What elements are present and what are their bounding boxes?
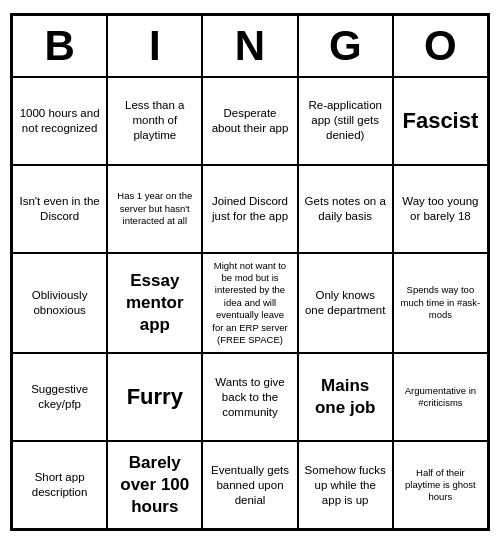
- bingo-cell-text-0: 1000 hours and not recognized: [19, 106, 100, 136]
- bingo-cell-9: Way too young or barely 18: [393, 165, 488, 253]
- bingo-cell-1: Less than a month of playtime: [107, 77, 202, 165]
- bingo-cell-16: Furry: [107, 353, 202, 441]
- bingo-cell-24: Half of their playtime is ghost hours: [393, 441, 488, 529]
- bingo-cell-text-19: Argumentative in #criticisms: [400, 385, 481, 410]
- bingo-cell-text-21: Barely over 100 hours: [114, 452, 195, 518]
- bingo-cell-12: Might not want to be mod but is interest…: [202, 253, 297, 353]
- bingo-cell-8: Gets notes on a daily basis: [298, 165, 393, 253]
- bingo-cell-text-3: Re-application app (still gets denied): [305, 98, 386, 143]
- bingo-cell-text-16: Furry: [127, 383, 183, 412]
- bingo-cell-text-9: Way too young or barely 18: [400, 194, 481, 224]
- bingo-cell-23: Somehow fucks up while the app is up: [298, 441, 393, 529]
- bingo-cell-text-11: Essay mentor app: [114, 270, 195, 336]
- bingo-grid: 1000 hours and not recognizedLess than a…: [12, 77, 488, 529]
- bingo-cell-text-8: Gets notes on a daily basis: [305, 194, 386, 224]
- bingo-cell-6: Has 1 year on the server but hasn't inte…: [107, 165, 202, 253]
- bingo-card: BINGO 1000 hours and not recognizedLess …: [10, 13, 490, 531]
- header-letter-o: O: [393, 15, 488, 77]
- bingo-cell-text-6: Has 1 year on the server but hasn't inte…: [114, 190, 195, 227]
- bingo-cell-13: Only knows one department: [298, 253, 393, 353]
- bingo-cell-text-12: Might not want to be mod but is interest…: [209, 260, 290, 346]
- bingo-cell-14: Spends way too much time in #ask-mods: [393, 253, 488, 353]
- bingo-cell-22: Eventually gets banned upon denial: [202, 441, 297, 529]
- bingo-cell-text-13: Only knows one department: [305, 288, 386, 318]
- bingo-cell-text-10: Obliviously obnoxious: [19, 288, 100, 318]
- bingo-cell-text-17: Wants to give back to the community: [209, 375, 290, 420]
- bingo-cell-19: Argumentative in #criticisms: [393, 353, 488, 441]
- bingo-cell-text-14: Spends way too much time in #ask-mods: [400, 284, 481, 321]
- bingo-cell-text-2: Desperate about their app: [209, 106, 290, 136]
- header-letter-i: I: [107, 15, 202, 77]
- bingo-cell-2: Desperate about their app: [202, 77, 297, 165]
- bingo-cell-text-1: Less than a month of playtime: [114, 98, 195, 143]
- bingo-cell-text-5: Isn't even in the Discord: [19, 194, 100, 224]
- bingo-cell-5: Isn't even in the Discord: [12, 165, 107, 253]
- bingo-cell-text-24: Half of their playtime is ghost hours: [400, 467, 481, 504]
- bingo-cell-21: Barely over 100 hours: [107, 441, 202, 529]
- header-letter-n: N: [202, 15, 297, 77]
- bingo-cell-text-23: Somehow fucks up while the app is up: [305, 463, 386, 508]
- bingo-cell-0: 1000 hours and not recognized: [12, 77, 107, 165]
- bingo-cell-text-22: Eventually gets banned upon denial: [209, 463, 290, 508]
- bingo-cell-text-15: Suggestive ckey/pfp: [19, 382, 100, 412]
- bingo-cell-text-7: Joined Discord just for the app: [209, 194, 290, 224]
- bingo-header: BINGO: [12, 15, 488, 77]
- header-letter-g: G: [298, 15, 393, 77]
- bingo-cell-15: Suggestive ckey/pfp: [12, 353, 107, 441]
- bingo-cell-10: Obliviously obnoxious: [12, 253, 107, 353]
- bingo-cell-17: Wants to give back to the community: [202, 353, 297, 441]
- bingo-cell-text-4: Fascist: [402, 107, 478, 136]
- bingo-cell-3: Re-application app (still gets denied): [298, 77, 393, 165]
- bingo-cell-20: Short app description: [12, 441, 107, 529]
- bingo-cell-text-20: Short app description: [19, 470, 100, 500]
- header-letter-b: B: [12, 15, 107, 77]
- bingo-cell-text-18: Mains one job: [305, 375, 386, 419]
- bingo-cell-7: Joined Discord just for the app: [202, 165, 297, 253]
- bingo-cell-11: Essay mentor app: [107, 253, 202, 353]
- bingo-cell-18: Mains one job: [298, 353, 393, 441]
- bingo-cell-4: Fascist: [393, 77, 488, 165]
